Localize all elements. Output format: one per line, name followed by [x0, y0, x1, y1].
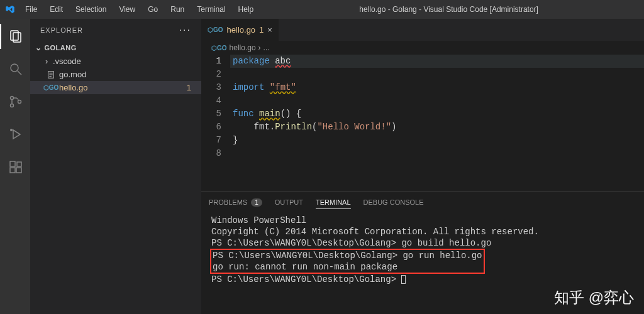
sidebar-title: EXPLORER [40, 26, 83, 34]
activity-scm-icon[interactable] [0, 89, 30, 114]
svg-rect-12 [17, 162, 21, 166]
menu-view[interactable]: View [114, 3, 140, 16]
svg-point-6 [18, 100, 21, 104]
file-name: .vscode [53, 57, 196, 66]
tab-badge: 1 [259, 25, 264, 35]
problems-count-badge: 1 [251, 198, 262, 207]
close-icon[interactable]: × [267, 25, 272, 35]
editor-tabs: ⬡GO hello.go 1 × [201, 19, 644, 41]
go-file-icon: ⬡GO [45, 84, 57, 91]
activity-extensions-icon[interactable] [0, 154, 30, 180]
panel-tab-output[interactable]: OUTPUT [275, 196, 303, 208]
folder-name: GOLANG [45, 44, 77, 51]
menu-run[interactable]: Run [165, 3, 189, 16]
panel-tab-label: PROBLEMS [209, 198, 247, 206]
svg-rect-10 [10, 168, 15, 173]
svg-line-3 [18, 71, 21, 75]
menu-go[interactable]: Go [143, 3, 163, 16]
svg-point-8 [10, 129, 13, 131]
breadcrumb-separator: › [258, 43, 261, 52]
file-item-hellogo[interactable]: ⬡GO hello.go 1 [30, 81, 201, 94]
activity-search-icon[interactable] [0, 57, 30, 82]
menu-help[interactable]: Help [233, 3, 259, 16]
svg-point-2 [11, 64, 18, 72]
menu-edit[interactable]: Edit [45, 3, 68, 16]
watermark: 知乎 @弈心 [554, 288, 634, 308]
terminal-line: PS C:\Users\WANGY0L\Desktop\Golang> go r… [213, 250, 482, 261]
panel-tab-debug[interactable]: DEBUG CONSOLE [364, 196, 424, 208]
panel-tab-problems[interactable]: PROBLEMS 1 [209, 196, 262, 209]
menu-file[interactable]: File [20, 3, 42, 16]
terminal-error-line: go run: cannot run non-main package [213, 261, 482, 273]
code-editor[interactable]: 12345678 package abc import "fmt" func m… [201, 55, 644, 192]
modified-badge: 1 [187, 83, 196, 92]
panel-tab-terminal[interactable]: TERMINAL [316, 196, 351, 209]
terminal-line: Copyright (C) 2014 Microsoft Corporation… [211, 226, 634, 237]
tab-label: hello.go [227, 25, 256, 35]
folder-root[interactable]: GOLANG [30, 41, 201, 55]
activity-bar [0, 19, 30, 314]
menu-terminal[interactable]: Terminal [192, 3, 230, 16]
terminal-cursor [401, 275, 406, 284]
breadcrumb[interactable]: ⬡GO hello.go › ... [201, 41, 644, 55]
file-name: hello.go [59, 83, 187, 92]
menu-bar: File Edit Selection View Go Run Terminal… [20, 3, 258, 16]
activity-debug-icon[interactable] [0, 122, 30, 147]
vscode-logo-icon [5, 4, 15, 14]
sidebar-header: EXPLORER ··· [30, 19, 201, 41]
panel-tabs: PROBLEMS 1 OUTPUT TERMINAL DEBUG CONSOLE [201, 192, 644, 212]
svg-point-5 [11, 104, 14, 107]
breadcrumb-file: hello.go [230, 43, 256, 52]
svg-rect-11 [16, 168, 21, 173]
menu-selection[interactable]: Selection [70, 3, 111, 16]
terminal-line: Windows PowerShell [211, 215, 634, 226]
file-item-gomod[interactable]: go.mod [30, 68, 201, 81]
title-bar: File Edit Selection View Go Run Terminal… [0, 0, 644, 19]
terminal-line: PS C:\Users\WANGY0L\Desktop\Golang> [211, 274, 634, 285]
terminal-line: PS C:\Users\WANGY0L\Desktop\Golang> go b… [211, 237, 634, 249]
file-icon [45, 70, 57, 79]
highlight-box: PS C:\Users\WANGY0L\Desktop\Golang> go r… [210, 249, 485, 274]
file-item-vscode[interactable]: › .vscode [30, 55, 201, 68]
svg-point-4 [11, 97, 14, 100]
editor-area: ⬡GO hello.go 1 × ⬡GO hello.go › ... 1234… [201, 19, 644, 314]
activity-explorer-icon[interactable] [0, 24, 30, 49]
breadcrumb-rest: ... [264, 43, 270, 52]
sidebar-more-icon[interactable]: ··· [179, 24, 191, 36]
go-file-icon: ⬡GO [208, 26, 223, 33]
window-title: hello.go - Golang - Visual Studio Code [… [258, 5, 639, 14]
svg-marker-7 [13, 130, 20, 139]
svg-rect-9 [10, 161, 15, 166]
chevron-right-icon: › [45, 57, 53, 66]
file-name: go.mod [59, 70, 196, 79]
code-content[interactable]: package abc import "fmt" func main() { f… [233, 55, 644, 192]
sidebar: EXPLORER ··· GOLANG › .vscode go.mod ⬡GO… [30, 19, 201, 314]
tab-hellogo[interactable]: ⬡GO hello.go 1 × [201, 19, 279, 41]
go-file-icon: ⬡GO [211, 45, 227, 51]
line-gutter: 12345678 [201, 55, 233, 192]
